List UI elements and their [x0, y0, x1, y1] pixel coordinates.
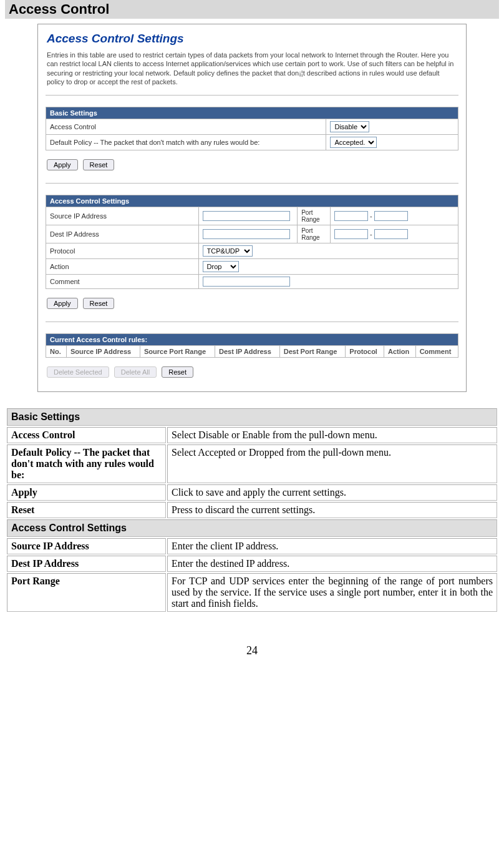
delete-selected-button[interactable]: Delete Selected	[47, 366, 109, 378]
def-label: Reset	[7, 502, 166, 518]
col-action: Action	[384, 346, 416, 358]
def-label: Default Policy -- The packet that don't …	[7, 444, 166, 483]
apply-button[interactable]: Apply	[47, 159, 78, 170]
divider	[46, 183, 458, 184]
acs-table: Access Control Settings Source IP Addres…	[46, 195, 458, 289]
reset-button[interactable]: Reset	[83, 298, 115, 309]
def-label: Source IP Address	[7, 538, 166, 554]
acs-header: Access Control Settings	[46, 195, 458, 207]
source-ip-label: Source IP Address	[46, 207, 199, 225]
col-protocol: Protocol	[346, 346, 384, 358]
source-port-to-input[interactable]	[374, 211, 408, 221]
col-comment: Comment	[415, 346, 458, 358]
def-value: Select Disable or Enable from the pull-d…	[167, 427, 497, 443]
port-range-label: Port Range	[298, 225, 331, 243]
current-rules-table: Current Access Control rules: No. Source…	[46, 333, 458, 358]
basic-settings-table: Basic Settings Access Control Disable De…	[46, 107, 458, 150]
source-ip-input[interactable]	[203, 211, 290, 221]
def-value: Enter the client IP address.	[167, 538, 497, 554]
divider	[46, 95, 458, 96]
access-control-select[interactable]: Disable	[330, 121, 369, 132]
def-label: Apply	[7, 484, 166, 501]
reset-button[interactable]: Reset	[83, 159, 115, 170]
action-select[interactable]: Drop	[203, 261, 239, 272]
def-value: For TCP and UDP services enter the begin…	[167, 573, 497, 612]
access-control-label: Access Control	[46, 119, 326, 135]
dest-port-to-input[interactable]	[374, 229, 408, 239]
dest-port-from-input[interactable]	[334, 229, 368, 239]
comment-input[interactable]	[203, 277, 290, 287]
def-value: Select Accepted or Dropped from the pull…	[167, 444, 497, 483]
def-value: Enter the destined IP address.	[167, 556, 497, 572]
definitions-table: Basic Settings Access Control Select Dis…	[6, 407, 498, 613]
col-src-port: Source Port Range	[140, 346, 215, 358]
page-title: Access Control	[5, 0, 499, 19]
protocol-label: Protocol	[46, 243, 199, 259]
screenshot-intro: Entries in this table are used to restri…	[38, 51, 466, 92]
def-label: Port Range	[7, 573, 166, 612]
def-label: Dest IP Address	[7, 556, 166, 572]
def-value: Click to save and apply the current sett…	[167, 484, 497, 501]
source-port-from-input[interactable]	[334, 211, 368, 221]
dest-ip-input[interactable]	[203, 229, 290, 239]
def-label: Access Control	[7, 427, 166, 443]
action-label: Action	[46, 259, 199, 275]
def-basic-header: Basic Settings	[7, 408, 497, 426]
dest-ip-label: Dest IP Address	[46, 225, 199, 243]
reset-button[interactable]: Reset	[162, 366, 193, 378]
delete-all-button[interactable]: Delete All	[114, 366, 157, 378]
def-value: Press to discard the current settings.	[167, 502, 497, 518]
apply-button[interactable]: Apply	[47, 298, 78, 309]
page-number: 24	[0, 644, 504, 657]
default-policy-select[interactable]: Accepted.	[330, 137, 377, 148]
col-dest-port: Dest Port Range	[279, 346, 346, 358]
current-rules-header: Current Access Control rules:	[46, 334, 458, 346]
router-screenshot: Access Control Settings Entries in this …	[37, 24, 467, 392]
basic-settings-header: Basic Settings	[46, 107, 458, 119]
col-dest-ip: Dest IP Address	[215, 346, 280, 358]
comment-label: Comment	[46, 275, 199, 289]
default-policy-label: Default Policy -- The packet that don't …	[46, 135, 326, 150]
divider	[46, 322, 458, 322]
port-range-label: Port Range	[298, 207, 331, 225]
def-acs-header: Access Control Settings	[7, 519, 497, 537]
screenshot-heading: Access Control Settings	[38, 24, 466, 51]
col-no: No.	[46, 346, 67, 358]
protocol-select[interactable]: TCP&UDP	[203, 245, 253, 257]
col-src-ip: Source IP Address	[66, 346, 140, 358]
